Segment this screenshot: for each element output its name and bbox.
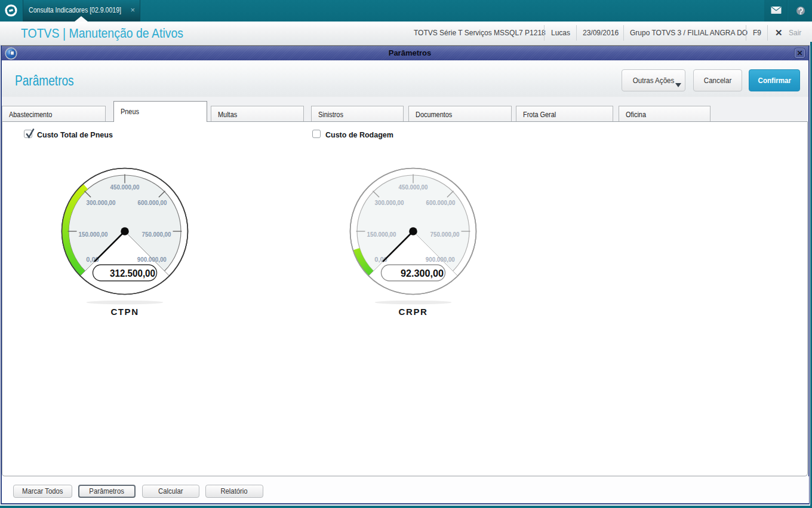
svg-text:600.000,00: 600.000,00 [426, 199, 456, 206]
svg-text:450.000,00: 450.000,00 [399, 183, 428, 191]
svg-text:150.000,00: 150.000,00 [79, 231, 108, 238]
svg-text:750.000,00: 750.000,00 [142, 231, 171, 238]
svg-text:92.300,00: 92.300,00 [401, 268, 444, 279]
svg-text:CTPN: CTPN [110, 307, 139, 317]
svg-text:750.000,00: 750.000,00 [430, 231, 460, 238]
svg-text:150.000,00: 150.000,00 [367, 231, 396, 238]
svg-text:312.500,00: 312.500,00 [110, 268, 155, 279]
svg-text:900.000,00: 900.000,00 [426, 256, 455, 263]
svg-text:900.000,00: 900.000,00 [137, 256, 167, 263]
svg-text:600.000,00: 600.000,00 [138, 199, 167, 206]
svg-text:300.000,00: 300.000,00 [87, 199, 116, 206]
svg-text:300.000,00: 300.000,00 [375, 199, 404, 206]
svg-text:CRPR: CRPR [399, 307, 428, 317]
svg-text:450.000,00: 450.000,00 [110, 183, 140, 191]
